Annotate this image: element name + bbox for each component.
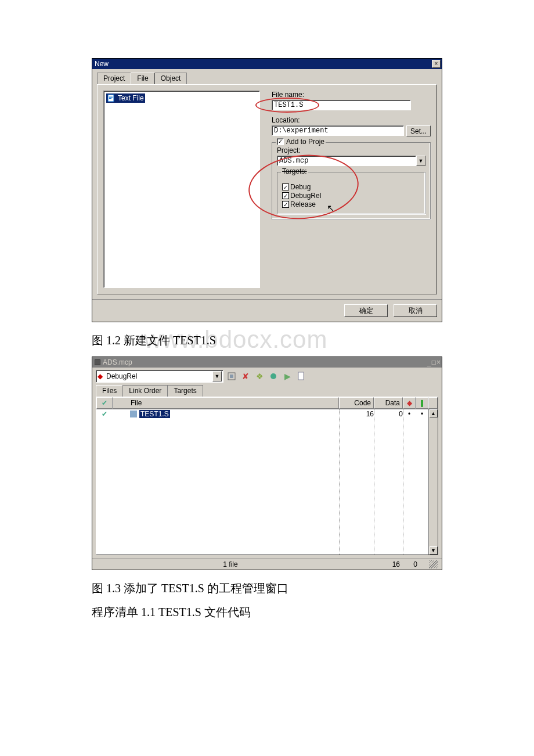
figure-caption-1: 图 1.2 新建文件 TEST1.S — [92, 333, 442, 348]
target-release[interactable]: ✓ Release — [282, 200, 420, 208]
svg-rect-5 — [230, 375, 233, 378]
row-dot-icon: • — [416, 410, 428, 418]
location-input[interactable] — [272, 125, 404, 136]
col-file[interactable]: File — [113, 397, 339, 409]
chevron-down-icon[interactable]: ▼ — [416, 156, 425, 166]
add-to-project-group: ✓ Add to Proje Project: ▼ Targets: ✓ — [272, 142, 431, 219]
col-code[interactable]: Code — [339, 397, 374, 409]
svg-rect-7 — [298, 372, 304, 380]
col-scroll-gap — [428, 397, 438, 409]
dialog-footer: 确定 取消 — [92, 299, 442, 322]
col-data[interactable]: Data — [374, 397, 403, 409]
col-icon-2[interactable]: ❚ — [416, 397, 428, 409]
document-icon[interactable] — [295, 370, 307, 382]
project-label: Project: — [277, 146, 425, 154]
resize-grip-icon[interactable] — [429, 560, 438, 568]
svg-rect-1 — [109, 96, 113, 96]
row-check-icon: ✔ — [96, 410, 113, 418]
project-window: ADS.mcp _ □ × ◆ DebugRel ▼ ✘ ❖ ▶ — [92, 357, 442, 570]
right-column: File name: Location: Set... — [272, 91, 431, 288]
asm-file-icon — [130, 411, 137, 417]
table-header: ✔ File Code Data ◆ ❚ — [96, 397, 438, 409]
tab-object[interactable]: Object — [154, 73, 187, 84]
file-type-list[interactable]: Text File — [103, 91, 260, 288]
settings-icon[interactable] — [226, 370, 237, 382]
target-selected-label: DebugRel — [106, 372, 137, 380]
svg-rect-3 — [109, 98, 111, 99]
window-title: ADS.mcp — [103, 358, 132, 366]
text-file-icon — [107, 94, 116, 102]
target-label: DebugRel — [290, 192, 321, 200]
checkbox-icon: ✓ — [282, 201, 289, 208]
project-tabs: Files Link Order Targets — [92, 385, 442, 397]
target-label: Debug — [290, 183, 311, 191]
close-icon[interactable]: × — [436, 358, 441, 366]
checkbox-icon: ✓ — [282, 192, 289, 199]
figure-caption-2: 图 1.3 添加了 TEST1.S 的工程管理窗口 — [92, 581, 442, 596]
row-dot-icon: • — [403, 410, 416, 418]
file-table: ✔ File Code Data ◆ ❚ ✔ TEST1.S 16 0 • — [96, 397, 438, 555]
table-body: ✔ TEST1.S 16 0 • • ▾ ▲ ▼ — [96, 409, 438, 555]
set-button[interactable]: Set... — [406, 125, 431, 136]
add-to-project-checkbox[interactable]: ✓ — [277, 138, 284, 145]
file-name-input[interactable] — [272, 100, 411, 110]
titlebar: New × — [92, 59, 442, 69]
status-code-total: 16 — [365, 560, 400, 568]
chevron-down-icon[interactable]: ▼ — [212, 371, 222, 381]
tab-targets[interactable]: Targets — [167, 385, 203, 397]
targets-group: Targets: ✓ Debug ✓ DebugRel ✓ — [277, 172, 425, 214]
project-icon — [95, 359, 100, 365]
target-debug[interactable]: ✓ Debug — [282, 183, 420, 191]
target-label: Release — [290, 200, 316, 208]
run-icon[interactable]: ▶ — [282, 370, 293, 382]
add-to-project-label: Add to Proje — [286, 138, 324, 146]
cancel-button[interactable]: 取消 — [394, 304, 437, 317]
list-item-text-file[interactable]: Text File — [106, 93, 145, 103]
target-selector[interactable]: ◆ DebugRel ▼ — [96, 370, 223, 383]
svg-rect-2 — [109, 97, 113, 98]
svg-point-6 — [270, 373, 276, 379]
make-icon[interactable] — [268, 370, 279, 382]
list-item-label: Text File — [118, 94, 144, 102]
titlebar: ADS.mcp _ □ × — [92, 357, 442, 368]
ok-button[interactable]: 确定 — [344, 304, 388, 317]
row-data: 0 — [374, 410, 403, 418]
cursor-arrow-icon: ↖ — [327, 203, 334, 214]
status-file-count: 1 file — [96, 560, 365, 568]
tab-project[interactable]: Project — [97, 73, 131, 84]
target-debugrel[interactable]: ✓ DebugRel — [282, 192, 420, 200]
window-title: New — [95, 60, 109, 68]
tab-strip: Project File Object — [97, 73, 437, 84]
scroll-up-icon[interactable]: ▲ — [430, 409, 438, 417]
clean-icon[interactable]: ❖ — [254, 370, 265, 382]
sync-icon[interactable]: ✘ — [240, 370, 251, 382]
project-combo[interactable] — [277, 156, 416, 166]
scroll-down-icon[interactable]: ▼ — [430, 546, 438, 555]
row-code: 16 — [339, 410, 374, 418]
listing-caption: 程序清单 1.1 TEST1.S 文件代码 — [92, 604, 442, 620]
targets-label: Targets: — [281, 167, 308, 175]
close-icon[interactable]: × — [432, 60, 441, 68]
status-data-total: 0 — [400, 560, 429, 568]
tab-files[interactable]: Files — [96, 385, 123, 397]
col-icon-1[interactable]: ◆ — [403, 397, 416, 409]
row-file-name: TEST1.S — [139, 410, 170, 418]
statusbar: 1 file 16 0 — [92, 559, 442, 570]
tab-link-order[interactable]: Link Order — [122, 385, 168, 397]
vertical-scrollbar[interactable]: ▲ ▼ — [428, 409, 438, 555]
maximize-icon[interactable]: □ — [432, 358, 436, 366]
col-check[interactable]: ✔ — [96, 397, 113, 409]
new-dialog: New × Project File Object Text File — [92, 58, 442, 322]
target-bullet-icon: ◆ — [98, 372, 103, 380]
location-label: Location: — [272, 116, 431, 124]
table-row[interactable]: ✔ TEST1.S 16 0 • • ▾ — [96, 409, 438, 419]
toolbar: ◆ DebugRel ▼ ✘ ❖ ▶ — [92, 368, 442, 385]
minimize-icon[interactable]: _ — [427, 358, 431, 366]
file-name-label: File name: — [272, 91, 431, 99]
tab-panel: Text File File name: Location: — [97, 84, 437, 294]
checkbox-icon: ✓ — [282, 183, 289, 190]
tab-file[interactable]: File — [131, 73, 154, 84]
